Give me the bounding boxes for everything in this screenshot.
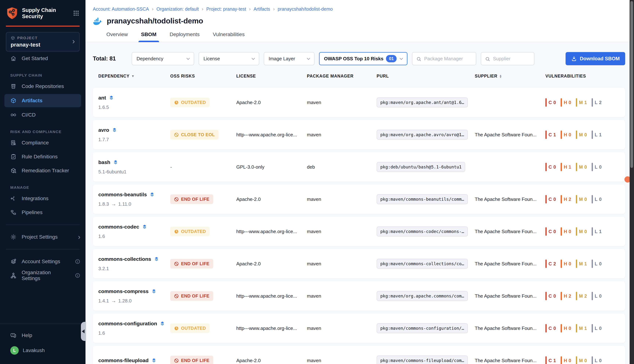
- sidebar-item-account-settings[interactable]: Account Settings: [0, 254, 86, 268]
- breadcrumb-separator: ›: [152, 6, 154, 12]
- column-header-dependency: DEPENDENCY▼: [98, 74, 170, 79]
- sort-toggle-icon[interactable]: ▲▼: [499, 74, 502, 78]
- sidebar-collapse-handle[interactable]: [81, 322, 86, 341]
- info-icon[interactable]: [75, 259, 80, 264]
- table-row[interactable]: ant 1.6.5 OUTDATED Apache-2.0 maven pkg:…: [93, 88, 625, 117]
- purl-chip[interactable]: pkg:maven/commons-beanutils/comm…: [377, 194, 468, 204]
- table-row[interactable]: commons-collections 3.2.1 END OF LIFE Ap…: [93, 249, 625, 278]
- sort-descending-icon[interactable]: ▼: [131, 74, 135, 78]
- purl-chip[interactable]: pkg:maven/commons-collections/co…: [377, 259, 468, 269]
- vuln-count-c: C1: [545, 130, 556, 139]
- package-manager-value: maven: [307, 132, 377, 138]
- package-manager-value: maven: [307, 196, 377, 202]
- vuln-count-m: M2: [576, 292, 587, 300]
- breadcrumb-link[interactable]: Project: pranay-test: [206, 6, 246, 12]
- sidebar-item-get-started[interactable]: Get Started: [0, 52, 86, 66]
- supplier-value: The Apache Software Foun...: [475, 132, 545, 138]
- supplier-value: The Apache Software Foun...: [475, 196, 545, 202]
- sidebar-item-remediation-tracker[interactable]: Remediation Tracker: [0, 164, 86, 178]
- vuln-count-c: C0: [545, 324, 556, 332]
- table-row[interactable]: commons-beanutils 1.8.3→1.11.0 END OF LI…: [93, 184, 625, 214]
- sidebar-item-integrations[interactable]: Integrations: [0, 192, 86, 206]
- layers-icon: [154, 256, 159, 262]
- sidebar-item-artifacts[interactable]: Artifacts: [5, 94, 81, 107]
- dependency-version: 5.1-6ubuntu1: [98, 169, 170, 175]
- purl-chip[interactable]: pkg:maven/org.apache.avro/avro@1…: [377, 130, 468, 140]
- vulnerability-counts: C0H0M1L2: [545, 98, 625, 107]
- dependency-name: commons-compress: [98, 288, 149, 294]
- apps-grid-icon[interactable]: [72, 9, 80, 17]
- chevron-down-icon: [307, 56, 310, 60]
- app-title: Supply Chain Security: [22, 7, 61, 20]
- supplier-value: The Apache Software Foun...: [475, 293, 545, 299]
- vuln-count-c: C1: [545, 356, 556, 364]
- sidebar-item-rule-definitions[interactable]: Rule Definitions: [0, 150, 86, 164]
- breadcrumb-link[interactable]: Organization: default: [156, 6, 199, 12]
- package-manager-search-input[interactable]: [412, 52, 476, 65]
- dependency-name: ant: [98, 95, 106, 101]
- layers-icon: [112, 128, 117, 133]
- tab-deployments[interactable]: Deployments: [169, 30, 200, 42]
- page-title: pranaycshah/todolist-demo: [107, 17, 203, 25]
- package-manager-search: [412, 52, 476, 65]
- project-name: pranay-test: [11, 42, 75, 48]
- tab-sbom[interactable]: SBOM: [140, 30, 157, 42]
- package-manager-value: maven: [307, 229, 377, 234]
- sidebar-item-code-repositories[interactable]: Code Repositories: [0, 79, 86, 93]
- purl-chip[interactable]: pkg:maven/commons-configuration/…: [377, 323, 468, 333]
- user-menu[interactable]: L Lavakush: [0, 344, 86, 358]
- project-selector[interactable]: PROJECT pranay-test ›: [6, 32, 80, 52]
- breadcrumb-link[interactable]: Account: Automation-SSCA: [93, 6, 149, 12]
- risk-icon: [174, 326, 179, 331]
- vuln-count-l: L0: [592, 260, 602, 268]
- filter-select-license[interactable]: License: [199, 52, 259, 65]
- vuln-count-l: L0: [592, 163, 602, 171]
- dependency-version: 1.6: [98, 234, 170, 239]
- tab-vulnerabilities[interactable]: Vulnerabilities: [212, 30, 245, 42]
- download-sbom-button[interactable]: Download SBOM: [566, 52, 625, 65]
- project-label: PROJECT: [17, 36, 38, 40]
- supplier-value: The Apache Software Foun...: [475, 229, 545, 234]
- purl-chip[interactable]: pkg:maven/org.apache.commons/com…: [377, 291, 468, 301]
- purl-chip[interactable]: pkg:maven/commons-codec/commons-…: [377, 226, 468, 236]
- scrollbar-thumb[interactable]: [630, 1, 633, 168]
- dependency-version: 1.6: [98, 330, 170, 336]
- sidebar-item-organization-settings[interactable]: Organization Settings: [0, 268, 86, 282]
- license-value: http---www.apache.org-lice...: [236, 293, 307, 299]
- layers-icon: [149, 192, 155, 198]
- column-header-package-manager: PACKAGE MANAGER: [307, 74, 377, 79]
- purl-chip[interactable]: pkg:maven/commons-fileupload/com…: [377, 356, 468, 364]
- oss-risk-badge: END OF LIFE: [170, 194, 213, 204]
- column-header-label: LICENSE: [236, 74, 256, 79]
- purl-chip[interactable]: pkg:maven/org.apache.ant/ant@1.6…: [377, 98, 468, 108]
- table-row[interactable]: bash 5.1-6ubuntu1 - GPL-3.0-only deb pkg…: [93, 152, 625, 182]
- info-icon[interactable]: [75, 273, 80, 278]
- filter-select-dependency[interactable]: Dependency: [132, 52, 194, 65]
- sidebar-item-compliance[interactable]: Compliance: [0, 136, 86, 150]
- sidebar-item-project-settings[interactable]: Project Settings›: [0, 230, 86, 244]
- sidebar-item-ci-cd[interactable]: CI/CD: [0, 108, 86, 122]
- table-row[interactable]: commons-fileupload END OF LIFE Apache-2.…: [93, 346, 625, 364]
- sidebar-item-pipelines[interactable]: Pipelines: [0, 206, 86, 220]
- supplier-value: The Apache Software Foun...: [475, 358, 545, 364]
- table-row[interactable]: commons-configuration 1.6 OUTDATED http-…: [93, 314, 625, 343]
- table-row[interactable]: avro 1.7.7 CLOSE TO EOL http---www.apach…: [93, 120, 625, 150]
- oss-risk-badge: OUTDATED: [170, 324, 209, 333]
- tab-overview[interactable]: Overview: [106, 30, 129, 42]
- sidebar-item-help[interactable]: ? Help: [0, 328, 86, 342]
- breadcrumb-link[interactable]: pranaycshah/todolist-demo: [277, 6, 333, 12]
- filter-select-image-layer[interactable]: Image Layer: [264, 52, 314, 65]
- layers-icon: [109, 95, 114, 100]
- app-logo-shield-icon: [6, 6, 18, 20]
- breadcrumb-link[interactable]: Artifacts: [253, 6, 270, 12]
- filter-select-owasp-risks[interactable]: OWASP OSS Top 10 Risks 01: [319, 52, 407, 65]
- purl-chip[interactable]: pkg:deb/ubuntu/bash@5.1-6ubuntu1: [377, 162, 465, 172]
- column-header-oss-risks: OSS RISKS: [170, 74, 236, 79]
- table-row[interactable]: commons-codec 1.6 OUTDATED http---www.ap…: [93, 217, 625, 246]
- column-header-vulnerabilities: VULNERABILITIES: [545, 74, 625, 79]
- table-row[interactable]: commons-compress 1.4.1→1.28.0 END OF LIF…: [93, 281, 625, 311]
- sidebar-header: Supply Chain Security: [0, 0, 86, 25]
- dependency-name: commons-beanutils: [98, 192, 147, 198]
- vulnerability-counts: C0H1M0L0: [545, 163, 625, 171]
- layers-icon: [160, 321, 165, 326]
